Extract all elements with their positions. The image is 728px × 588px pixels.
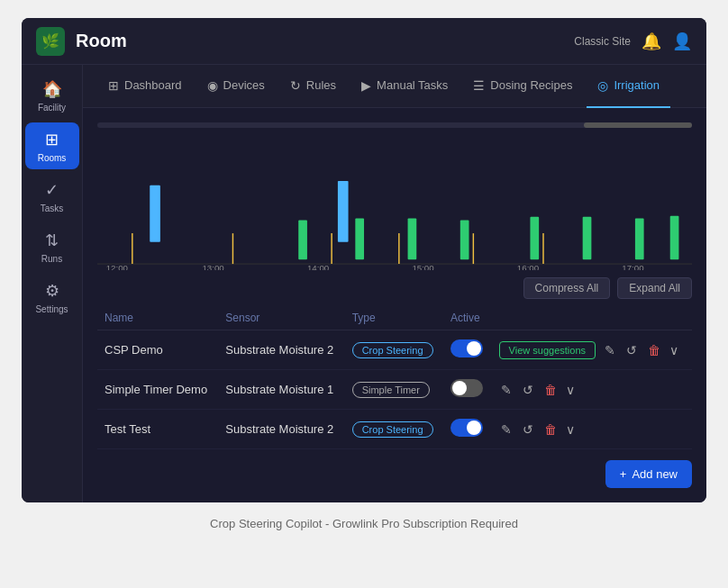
active-toggle[interactable] bbox=[450, 419, 483, 437]
svg-text:13:00: 13:00 bbox=[202, 263, 224, 270]
cell-name: Test Test bbox=[97, 410, 218, 449]
footer-note: Crop Steering Copilot - Growlink Pro Sub… bbox=[210, 517, 518, 530]
sidebar-item-tasks[interactable]: ✓ Tasks bbox=[25, 173, 79, 220]
add-icon: + bbox=[620, 467, 627, 481]
logo-icon: 🌿 bbox=[36, 27, 65, 56]
add-new-label: Add new bbox=[632, 467, 678, 481]
edit-icon[interactable]: ✎ bbox=[499, 421, 514, 439]
sidebar-item-facility[interactable]: 🏠 Facility bbox=[25, 72, 79, 119]
expand-all-button[interactable]: Expand All bbox=[617, 277, 692, 299]
svg-rect-14 bbox=[583, 217, 592, 260]
cell-type: Crop Steering bbox=[345, 410, 443, 449]
edit-icon[interactable]: ✎ bbox=[499, 381, 514, 399]
rooms-icon: ⊞ bbox=[45, 130, 59, 149]
manual-tasks-tab-label: Manual Tasks bbox=[377, 78, 448, 92]
cell-active bbox=[443, 410, 492, 449]
svg-rect-11 bbox=[408, 219, 417, 260]
page-title: Room bbox=[76, 31, 574, 51]
notification-icon[interactable]: 🔔 bbox=[642, 32, 661, 51]
svg-rect-15 bbox=[635, 219, 644, 260]
svg-rect-13 bbox=[530, 217, 539, 260]
tab-rules[interactable]: ↻ Rules bbox=[279, 65, 347, 108]
type-badge: Simple Timer bbox=[352, 382, 430, 398]
cell-type: Crop Steering bbox=[345, 330, 443, 370]
cell-actions: View suggestions ✎ ↺ 🗑 ∨ bbox=[492, 330, 692, 370]
row-actions: View suggestions ✎ ↺ 🗑 ∨ bbox=[499, 341, 685, 359]
table-area: Compress All Expand All Name Sensor Type… bbox=[83, 270, 706, 502]
header-right: Classic Site 🔔 👤 bbox=[574, 32, 692, 51]
sidebar-item-rooms[interactable]: ⊞ Rooms bbox=[25, 122, 79, 169]
cell-sensor: Substrate Moisture 2 bbox=[218, 330, 344, 370]
cell-active bbox=[443, 330, 492, 370]
rooms-label: Rooms bbox=[38, 153, 67, 163]
active-toggle[interactable] bbox=[450, 339, 483, 357]
svg-text:16:00: 16:00 bbox=[517, 263, 540, 270]
tab-devices[interactable]: ◉ Devices bbox=[196, 65, 276, 108]
facility-label: Facility bbox=[38, 103, 66, 113]
chevron-down-icon[interactable]: ∨ bbox=[669, 343, 678, 357]
delete-icon[interactable]: 🗑 bbox=[542, 421, 559, 439]
app-container: 🌿 Room Classic Site 🔔 👤 🏠 Facility ⊞ Roo… bbox=[22, 18, 706, 502]
irrigation-table: Name Sensor Type Active CSP Demo Substra… bbox=[97, 306, 692, 449]
content-area: ⊞ Dashboard ◉ Devices ↻ Rules ▶ Manual T… bbox=[83, 65, 706, 502]
row-actions: ✎ ↺ 🗑 ∨ bbox=[499, 381, 685, 399]
col-active: Active bbox=[443, 306, 492, 330]
tab-manual-tasks[interactable]: ▶ Manual Tasks bbox=[350, 65, 459, 108]
tab-dosing-recipes[interactable]: ☰ Dosing Recipes bbox=[462, 65, 583, 108]
tab-irrigation[interactable]: ◎ Irrigation bbox=[587, 65, 670, 108]
dosing-tab-icon: ☰ bbox=[473, 78, 485, 93]
manual-tasks-tab-icon: ▶ bbox=[361, 78, 371, 93]
history-icon[interactable]: ↺ bbox=[521, 381, 535, 399]
facility-icon: 🏠 bbox=[42, 79, 62, 99]
runs-icon: ⇅ bbox=[45, 231, 59, 250]
compress-all-button[interactable]: Compress All bbox=[523, 277, 611, 299]
table-row: Simple Timer Demo Substrate Moisture 1 S… bbox=[97, 370, 692, 410]
rules-tab-icon: ↻ bbox=[290, 78, 301, 93]
svg-text:14:00: 14:00 bbox=[307, 263, 330, 270]
dashboard-tab-icon: ⊞ bbox=[108, 78, 119, 93]
delete-icon[interactable]: 🗑 bbox=[646, 341, 662, 359]
sidebar-item-settings[interactable]: ⚙ Settings bbox=[25, 274, 79, 321]
table-row: CSP Demo Substrate Moisture 2 Crop Steer… bbox=[97, 330, 692, 370]
svg-rect-12 bbox=[460, 221, 469, 260]
tab-dashboard[interactable]: ⊞ Dashboard bbox=[97, 65, 193, 108]
cell-name: CSP Demo bbox=[97, 330, 218, 370]
active-toggle[interactable] bbox=[450, 379, 483, 397]
edit-icon[interactable]: ✎ bbox=[603, 341, 617, 359]
scrollbar-thumb bbox=[584, 122, 692, 128]
svg-text:12:00: 12:00 bbox=[106, 263, 129, 270]
table-header-row: Name Sensor Type Active bbox=[97, 306, 692, 330]
col-type: Type bbox=[345, 306, 443, 330]
view-suggestions-button[interactable]: View suggestions bbox=[499, 341, 596, 359]
svg-rect-10 bbox=[355, 219, 364, 260]
user-icon[interactable]: 👤 bbox=[672, 32, 692, 51]
tasks-icon: ✓ bbox=[45, 180, 59, 200]
sidebar: 🏠 Facility ⊞ Rooms ✓ Tasks ⇅ Runs ⚙ S bbox=[22, 65, 83, 502]
rules-tab-label: Rules bbox=[306, 78, 336, 92]
cell-name: Simple Timer Demo bbox=[97, 370, 218, 410]
settings-label: Settings bbox=[35, 304, 68, 314]
svg-rect-9 bbox=[298, 221, 307, 260]
classic-site-link[interactable]: Classic Site bbox=[574, 35, 631, 48]
svg-rect-8 bbox=[338, 181, 349, 242]
sidebar-item-runs[interactable]: ⇅ Runs bbox=[25, 223, 79, 270]
devices-tab-label: Devices bbox=[223, 78, 265, 92]
table-row: Test Test Substrate Moisture 2 Crop Stee… bbox=[97, 410, 692, 449]
svg-text:17:00: 17:00 bbox=[622, 263, 644, 270]
cell-sensor: Substrate Moisture 2 bbox=[218, 410, 344, 449]
cell-sensor: Substrate Moisture 1 bbox=[218, 370, 344, 410]
col-name: Name bbox=[97, 306, 218, 330]
add-new-button[interactable]: + Add new bbox=[605, 460, 692, 488]
irrigation-tab-label: Irrigation bbox=[614, 78, 660, 92]
delete-icon[interactable]: 🗑 bbox=[542, 381, 559, 399]
dosing-tab-label: Dosing Recipes bbox=[490, 78, 572, 92]
history-icon[interactable]: ↺ bbox=[521, 421, 535, 439]
chevron-down-icon[interactable]: ∨ bbox=[566, 383, 575, 397]
chevron-down-icon[interactable]: ∨ bbox=[566, 422, 575, 437]
type-badge: Crop Steering bbox=[352, 342, 433, 358]
chart-scrollbar[interactable] bbox=[97, 122, 692, 128]
history-icon[interactable]: ↺ bbox=[624, 341, 639, 359]
irrigation-chart: 12:00 13:00 14:00 15:00 16:00 17:00 bbox=[97, 135, 692, 270]
tabs-bar: ⊞ Dashboard ◉ Devices ↻ Rules ▶ Manual T… bbox=[83, 65, 706, 108]
dashboard-tab-label: Dashboard bbox=[124, 78, 182, 92]
